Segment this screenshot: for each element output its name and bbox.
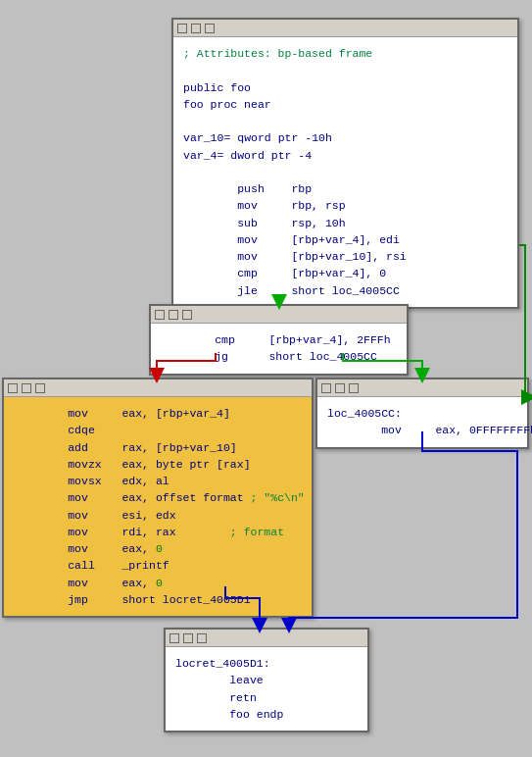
title-btn-12[interactable] (349, 383, 359, 393)
title-btn-5[interactable] (169, 310, 178, 320)
title-btn-1[interactable] (177, 24, 187, 33)
title-btn-13[interactable] (169, 633, 179, 643)
title-btn-14[interactable] (183, 633, 193, 643)
top-titlebar (173, 20, 517, 37)
left-code-content: mov eax, [rbp+var_4] cdqe add rax, [rbp+… (4, 397, 312, 616)
title-btn-2[interactable] (191, 24, 201, 33)
title-btn-9[interactable] (35, 383, 45, 393)
right-code-window: loc_4005CC: mov eax, 0FFFFFFFFh (315, 378, 529, 449)
middle-titlebar (151, 306, 407, 324)
title-btn-15[interactable] (197, 633, 207, 643)
left-code-window: mov eax, [rbp+var_4] cdqe add rax, [rbp+… (2, 378, 314, 618)
title-btn-6[interactable] (182, 310, 192, 320)
arrow-top-to-right (519, 245, 529, 397)
right-code-content: loc_4005CC: mov eax, 0FFFFFFFFh (317, 397, 527, 447)
title-btn-7[interactable] (8, 383, 18, 393)
top-code-content: ; Attributes: bp-based frame public foo … (173, 37, 517, 307)
arrow-right-to-bottom (289, 431, 517, 626)
top-code-window: ; Attributes: bp-based frame public foo … (171, 18, 519, 309)
middle-code-window: cmp [rbp+var_4], 2FFFh jg short loc_4005… (149, 304, 409, 376)
title-btn-3[interactable] (205, 24, 215, 33)
right-titlebar (317, 379, 527, 397)
title-btn-11[interactable] (335, 383, 345, 393)
bottom-code-window: locret_4005D1: leave retn foo endp (164, 628, 369, 732)
title-btn-8[interactable] (22, 383, 31, 393)
middle-code-content: cmp [rbp+var_4], 2FFFh jg short loc_4005… (151, 324, 407, 374)
title-btn-10[interactable] (321, 383, 331, 393)
title-btn-4[interactable] (155, 310, 165, 320)
left-titlebar (4, 379, 312, 397)
bottom-code-content: locret_4005D1: leave retn foo endp (166, 647, 367, 731)
bottom-titlebar (166, 630, 367, 647)
